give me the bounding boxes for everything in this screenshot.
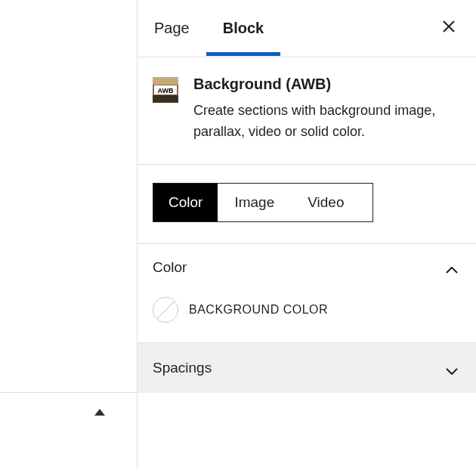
svg-rect-2 <box>153 95 178 103</box>
color-section-header[interactable]: Color <box>138 244 476 291</box>
no-color-swatch-icon <box>153 297 178 323</box>
tab-block[interactable]: Block <box>206 2 280 55</box>
tab-page[interactable]: Page <box>138 2 206 55</box>
background-color-row[interactable]: BACKGROUND COLOR <box>153 297 461 323</box>
panel-tabs: Page Block <box>138 0 476 57</box>
color-section-title: Color <box>153 259 187 276</box>
background-type-selector-wrap: Color Image Video <box>138 165 476 244</box>
color-section-body: BACKGROUND COLOR <box>138 291 476 343</box>
type-option-video[interactable]: Video <box>291 184 360 221</box>
color-section: Color BACKGROUND COLOR <box>138 244 476 343</box>
background-color-label: BACKGROUND COLOR <box>189 303 328 317</box>
block-plugin-icon: AWB <box>153 77 178 103</box>
chevron-down-icon <box>446 364 458 372</box>
type-option-color[interactable]: Color <box>153 184 218 221</box>
inspector-panel: Page Block AWB Background (AWB) Create s… <box>137 0 476 470</box>
background-type-selector: Color Image Video <box>153 183 373 222</box>
block-info-text: Background (AWB) Create sections with ba… <box>193 76 461 143</box>
spacings-section-header[interactable]: Spacings <box>138 343 476 393</box>
svg-text:AWB: AWB <box>158 87 174 94</box>
close-icon <box>441 19 456 34</box>
spacings-section: Spacings <box>138 343 476 393</box>
block-info: AWB Background (AWB) Create sections wit… <box>138 57 476 165</box>
type-option-image[interactable]: Image <box>218 184 291 221</box>
collapse-panel-arrow-icon[interactable] <box>94 409 105 416</box>
block-description: Create sections with background image, p… <box>193 100 461 143</box>
chevron-up-icon <box>446 264 458 271</box>
spacings-section-title: Spacings <box>153 360 212 376</box>
close-panel-button[interactable] <box>422 19 476 39</box>
left-content-area <box>0 0 137 393</box>
block-title: Background (AWB) <box>193 76 461 93</box>
svg-rect-1 <box>153 77 178 85</box>
